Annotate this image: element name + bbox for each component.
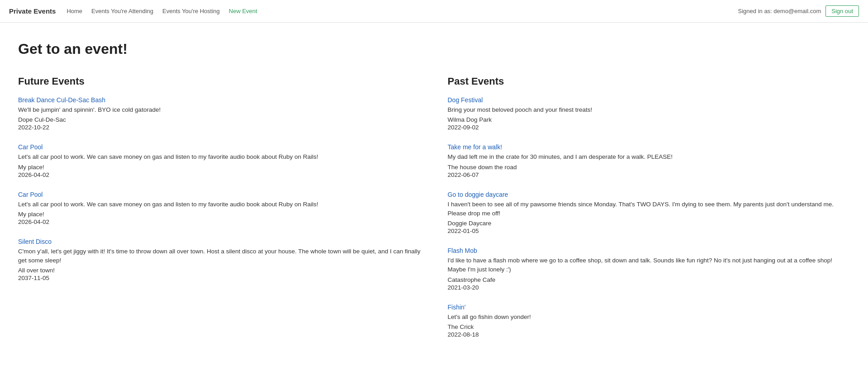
future-event-silent-disco-link[interactable]: Silent Disco [18, 238, 52, 245]
header: Private Events Home Events You're Attend… [0, 0, 868, 23]
past-event-dog-festival-link[interactable]: Dog Festival [448, 96, 483, 104]
header-right: Signed in as: demo@email.com Sign out [738, 5, 859, 17]
past-event-fishin-link[interactable]: Fishin' [448, 304, 466, 311]
past-event-walk-date: 2022-06-07 [448, 171, 850, 178]
brand-title: Private Events [9, 7, 56, 15]
signed-in-text: Signed in as: demo@email.com [738, 8, 821, 14]
past-event-fishin-location: The Crick [448, 323, 850, 330]
future-event-car-pool-1-date: 2026-04-02 [18, 171, 421, 178]
past-event-doggie-daycare-location: Doggie Daycare [448, 220, 850, 227]
past-event-doggie-daycare-desc: I haven't been to see all of my pawsome … [448, 200, 850, 218]
events-container: Future Events Break Dance Cul-De-Sac Bas… [18, 76, 850, 351]
past-event-walk-link[interactable]: Take me for a walk! [448, 143, 503, 151]
future-event-car-pool-2: Car Pool Let's all car pool to work. We … [18, 191, 421, 225]
future-event-break-dance-desc: We'll be jumpin' and spinnin'. BYO ice c… [18, 105, 421, 114]
future-events-title: Future Events [18, 76, 421, 87]
past-event-walk-desc: My dad left me in the crate for 30 minut… [448, 152, 850, 162]
past-events-title: Past Events [448, 76, 850, 87]
nav-home[interactable]: Home [66, 8, 82, 14]
future-event-silent-disco: Silent Disco C'mon y'all, let's get jigg… [18, 238, 421, 282]
past-event-flash-mob-link[interactable]: Flash Mob [448, 247, 477, 254]
future-event-car-pool-1-location: My place! [18, 164, 421, 171]
main-content: Get to an event! Future Events Break Dan… [0, 23, 868, 378]
future-event-car-pool-2-location: My place! [18, 211, 421, 218]
past-event-walk-location: The house down the road [448, 164, 850, 171]
future-event-car-pool-1-desc: Let's all car pool to work. We can save … [18, 152, 421, 162]
future-event-car-pool-1-link[interactable]: Car Pool [18, 143, 43, 151]
future-event-silent-disco-desc: C'mon y'all, let's get jiggy with it! It… [18, 247, 421, 266]
nav-hosting[interactable]: Events You're Hosting [162, 8, 220, 14]
page-title: Get to an event! [18, 41, 850, 57]
future-event-car-pool-1: Car Pool Let's all car pool to work. We … [18, 143, 421, 178]
past-events-column: Past Events Dog Festival Bring your most… [448, 76, 850, 351]
past-event-fishin-desc: Let's all go fishin down yonder! [448, 313, 850, 322]
past-event-flash-mob-desc: I'd like to have a flash mob where we go… [448, 256, 850, 275]
past-event-flash-mob: Flash Mob I'd like to have a flash mob w… [448, 247, 850, 291]
future-events-column: Future Events Break Dance Cul-De-Sac Bas… [18, 76, 421, 351]
future-event-car-pool-2-link[interactable]: Car Pool [18, 191, 43, 198]
past-event-doggie-daycare-link[interactable]: Go to doggie daycare [448, 191, 508, 198]
past-event-fishin-date: 2022-08-18 [448, 331, 850, 338]
future-event-silent-disco-date: 2037-11-05 [18, 275, 421, 281]
sign-out-button[interactable]: Sign out [825, 5, 859, 17]
future-event-car-pool-2-date: 2026-04-02 [18, 218, 421, 225]
future-event-break-dance-date: 2022-10-22 [18, 124, 421, 131]
main-nav: Home Events You're Attending Events You'… [66, 8, 738, 14]
future-event-silent-disco-location: All over town! [18, 267, 421, 274]
past-event-flash-mob-location: Catastrophe Cafe [448, 276, 850, 283]
past-event-flash-mob-date: 2021-03-20 [448, 284, 850, 291]
past-event-walk: Take me for a walk! My dad left me in th… [448, 143, 850, 178]
nav-attending[interactable]: Events You're Attending [91, 8, 153, 14]
future-event-break-dance: Break Dance Cul-De-Sac Bash We'll be jum… [18, 96, 421, 131]
future-event-break-dance-link[interactable]: Break Dance Cul-De-Sac Bash [18, 96, 105, 104]
future-event-break-dance-location: Dope Cul-De-Sac [18, 116, 421, 123]
past-event-fishin: Fishin' Let's all go fishin down yonder!… [448, 304, 850, 338]
past-event-doggie-daycare: Go to doggie daycare I haven't been to s… [448, 191, 850, 235]
past-event-dog-festival-date: 2022-09-02 [448, 124, 850, 131]
nav-new-event[interactable]: New Event [229, 8, 257, 14]
past-event-dog-festival-location: Wilma Dog Park [448, 116, 850, 123]
past-event-dog-festival: Dog Festival Bring your most beloved poo… [448, 96, 850, 131]
past-event-dog-festival-desc: Bring your most beloved pooch and your f… [448, 105, 850, 114]
past-event-doggie-daycare-date: 2022-01-05 [448, 228, 850, 234]
future-event-car-pool-2-desc: Let's all car pool to work. We can save … [18, 200, 421, 209]
